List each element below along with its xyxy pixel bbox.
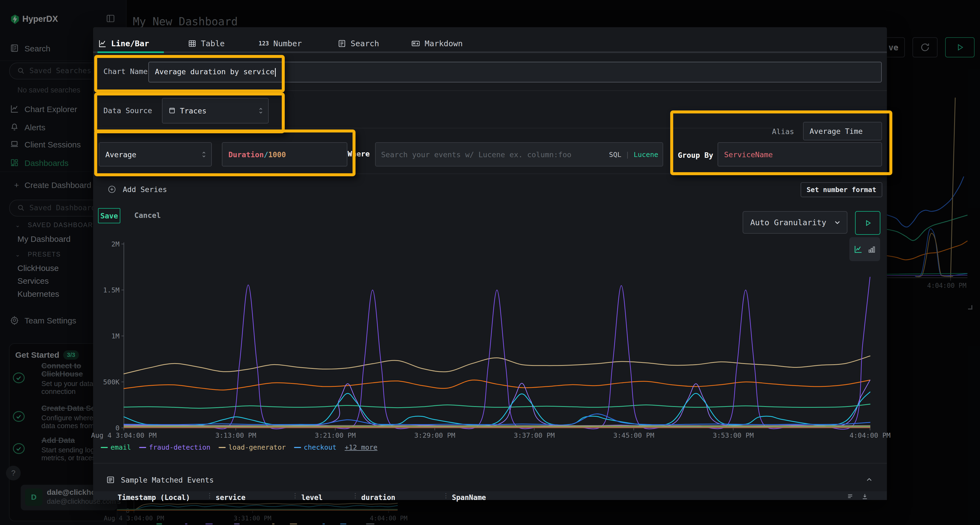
set-number-format-button[interactable]: Set number format (800, 182, 882, 197)
tab-track (93, 51, 887, 53)
column-service[interactable]: service (216, 493, 245, 501)
legend-item-fraud-detection[interactable]: fraud-detection (139, 443, 210, 451)
column-duration[interactable]: duration (361, 493, 395, 501)
cancel-button[interactable]: Cancel (131, 208, 164, 222)
column-level[interactable]: level (301, 493, 323, 501)
sql-mode-button[interactable]: SQL (609, 151, 621, 158)
granularity-select[interactable]: Auto Granularity (743, 211, 848, 234)
list-icon (106, 476, 115, 484)
highlight-chart-name (94, 55, 285, 92)
tab-line-bar[interactable]: Line/Bar (98, 35, 149, 52)
tab-markdown[interactable]: Markdown (411, 35, 463, 52)
where-search-input[interactable]: Search your events w/ Lucene ex. column:… (375, 142, 663, 167)
plus-circle-icon (108, 185, 116, 194)
series-swatch (101, 447, 108, 448)
sample-matched-events-header[interactable]: Sample Matched Events (106, 476, 214, 484)
tab-table[interactable]: Table (188, 35, 224, 52)
highlight-data-source (94, 92, 285, 133)
column-timestamp[interactable]: Timestamp (Local) (118, 493, 190, 501)
series-swatch (294, 447, 301, 448)
line-chart-icon (98, 39, 107, 48)
bar-chart-icon (867, 244, 876, 254)
series-swatch (219, 447, 226, 448)
add-series-button[interactable]: Add Series (108, 185, 167, 194)
line-chart-icon (853, 244, 863, 254)
legend-item-checkout[interactable]: checkout (294, 443, 336, 451)
tab-number[interactable]: 123 Number (259, 35, 302, 52)
chart-type-toggle[interactable] (850, 237, 880, 261)
run-chart-button[interactable] (855, 211, 880, 235)
legend-more-link[interactable]: +12 more (345, 443, 377, 451)
save-button[interactable]: Save (98, 208, 120, 223)
lucene-mode-button[interactable]: Lucene (634, 151, 658, 158)
markdown-icon (411, 39, 420, 48)
number-123-icon: 123 (259, 40, 269, 47)
hyperdx-app: HyperDX Search Saved Searches No saved s… (0, 0, 980, 525)
row-density-icon[interactable] (847, 493, 854, 500)
column-spanname[interactable]: SpanName (452, 493, 486, 501)
chevron-down-icon (833, 219, 842, 227)
chevron-up-icon[interactable] (865, 476, 873, 484)
play-icon (864, 219, 872, 227)
divider (93, 463, 887, 463)
sample-events-table-header: Timestamp (Local) ⋮ service ⋮ level ⋮ du… (93, 491, 887, 500)
highlight-series (94, 130, 356, 176)
table-icon (188, 39, 197, 48)
tab-search[interactable]: Search (337, 35, 379, 52)
download-icon[interactable] (861, 493, 869, 500)
series-swatch (139, 447, 146, 448)
search-doc-icon (337, 39, 346, 48)
legend-item-load-generator[interactable]: load-generator (219, 443, 286, 451)
chart-legend: email fraud-detection load-generator che… (101, 443, 377, 451)
active-tab-underline (97, 51, 164, 53)
legend-item-email[interactable]: email (101, 443, 131, 451)
highlight-group-by (670, 111, 892, 175)
